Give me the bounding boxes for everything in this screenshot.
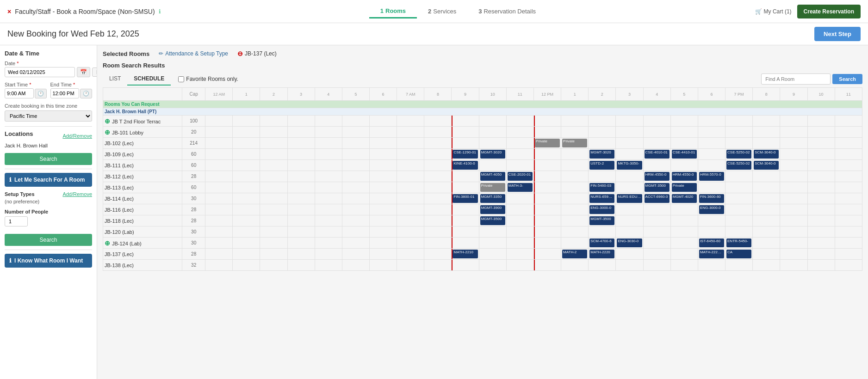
locations-add-remove[interactable]: Add/Remove	[62, 133, 92, 139]
time-slot	[260, 204, 287, 215]
event-block[interactable]: MATH-2210	[453, 250, 477, 258]
create-reservation-button[interactable]: Create Reservation	[797, 5, 861, 18]
event-block[interactable]: MGMT-3500	[480, 216, 505, 225]
event-block[interactable]: CSE-5250-02	[726, 161, 751, 170]
event-block[interactable]: MATH-2	[562, 250, 587, 258]
let-me-search-section[interactable]: ℹ Let Me Search For A Room	[5, 173, 92, 187]
event-block[interactable]: CSE-2020-01	[508, 172, 533, 181]
step-3-label: Reservation Details	[484, 8, 536, 15]
event-block[interactable]: MGMT-3500	[589, 216, 614, 225]
event-block[interactable]: MATH-3-	[508, 183, 533, 192]
event-block[interactable]: ACCT-6960-0	[645, 194, 670, 203]
timezone-select[interactable]: Pacific Time	[5, 110, 92, 122]
i-know-section[interactable]: ℹ I Know What Room I Want	[5, 254, 92, 268]
event-block[interactable]: MGMT-3900	[480, 205, 505, 214]
close-icon[interactable]: ×	[7, 8, 11, 15]
event-block[interactable]: FIN-3800-01	[453, 194, 477, 203]
time-slot: HRM-5570-0	[698, 171, 725, 182]
event-block[interactable]: SCM-3040-0	[754, 150, 779, 159]
event-block[interactable]: CSE-4410-01	[672, 150, 697, 159]
end-time-line	[534, 171, 535, 182]
calendar-icon-button[interactable]: 📅	[77, 67, 90, 77]
tab-list[interactable]: LIST	[103, 73, 127, 86]
event-block[interactable]: Private	[480, 183, 505, 192]
event-block[interactable]: FIN-3600-60	[699, 194, 724, 203]
attendance-setup-link[interactable]: ✏ Attendance & Setup Type	[159, 50, 228, 57]
info-icon[interactable]: ℹ	[159, 8, 161, 15]
remove-room-button[interactable]: ⊖	[237, 50, 243, 57]
end-time-clock-button[interactable]: 🕐	[80, 89, 92, 98]
event-block[interactable]: CSE-5250-02	[726, 150, 751, 159]
event-block[interactable]: SCM-4700-6	[589, 238, 614, 247]
time-slot	[561, 171, 589, 182]
search-button-2[interactable]: Search	[5, 234, 92, 246]
tab-schedule[interactable]: SCHEDULE	[127, 73, 171, 86]
add-room-button[interactable]: ⊕	[105, 117, 110, 125]
time-slot: CSE-1290-01	[452, 149, 479, 160]
locations-header: Locations Add/Remove	[5, 130, 92, 141]
time-slot	[807, 215, 835, 226]
event-block[interactable]: ENG-3000-0	[699, 205, 724, 214]
room-cap: 30	[182, 193, 205, 204]
event-block[interactable]: MGMT-3350	[480, 194, 505, 203]
time-slot	[506, 249, 533, 260]
step-3-reservation-details[interactable]: 3 Reservation Details	[467, 5, 547, 18]
event-block[interactable]: ENTR-5450-	[726, 238, 751, 247]
time-slot	[643, 116, 670, 127]
start-time-clock-button[interactable]: 🕐	[35, 89, 47, 98]
cart-link[interactable]: 🛒 My Cart (1)	[755, 8, 791, 15]
time-slot	[287, 193, 315, 204]
setup-types-add-remove[interactable]: Add/Remove	[62, 191, 92, 197]
start-time-input[interactable]	[5, 88, 34, 98]
event-block[interactable]: CSE-1290-01	[453, 150, 477, 159]
favorite-rooms-checkbox[interactable]	[178, 76, 184, 82]
step-2-services[interactable]: 2 Services	[417, 5, 467, 18]
num-people-input[interactable]	[5, 216, 28, 226]
start-time-line	[452, 204, 453, 215]
event-block[interactable]: CA	[726, 250, 751, 258]
event-block[interactable]: MGMT-3500	[645, 183, 670, 192]
event-block[interactable]: NURS EDUC: ASSES	[617, 194, 642, 203]
search-button[interactable]: Search	[5, 153, 92, 165]
event-block[interactable]: IST-6450-60	[699, 238, 724, 247]
event-block[interactable]: MKTG-3050-	[617, 161, 642, 170]
date-input[interactable]	[5, 67, 75, 77]
time-slot: CSE-4010-01	[643, 149, 670, 160]
time-slot	[370, 160, 397, 171]
time-slot	[315, 226, 342, 238]
time-slot	[698, 182, 725, 193]
event-block[interactable]: HRM-4550-0	[645, 172, 670, 181]
event-block[interactable]: ENG-3030-0	[617, 238, 642, 247]
add-room-button[interactable]: ⊕	[105, 239, 110, 247]
event-block[interactable]: MGMT-3020	[480, 150, 505, 159]
favorite-rooms-checkbox-label[interactable]: Favorite Rooms only.	[178, 76, 238, 82]
step-1-rooms[interactable]: 1 Rooms	[369, 5, 417, 18]
event-block[interactable]: HRM-4550-0	[672, 172, 697, 181]
event-block[interactable]: MATH-2220-03	[699, 250, 724, 258]
event-block[interactable]: MATH-2220	[589, 250, 614, 258]
event-block[interactable]: USTD-2	[589, 161, 614, 170]
event-block[interactable]: HRM-5570-0	[699, 172, 724, 181]
event-block[interactable]: Private	[672, 183, 697, 192]
event-block[interactable]: KINE-4100-0	[453, 161, 477, 170]
event-block[interactable]: Private	[562, 139, 587, 147]
event-block[interactable]: NURS-6598-60	[589, 194, 614, 203]
event-block[interactable]: ENG-3000-0	[589, 205, 614, 214]
recurrence-button[interactable]: Recurrence	[92, 67, 97, 77]
time-slot	[506, 116, 533, 127]
find-room-search-button[interactable]: Search	[832, 74, 862, 84]
add-room-button[interactable]: ⊕	[105, 128, 110, 136]
event-block[interactable]: FIN-5460-03	[589, 183, 614, 192]
event-block[interactable]: MGMT-4050	[480, 172, 505, 181]
event-block[interactable]: MGMT-4020	[672, 194, 697, 203]
next-step-button[interactable]: Next Step	[814, 27, 861, 41]
event-block[interactable]: MGMT-3020	[589, 150, 614, 159]
start-time-wrap: 🕐	[5, 88, 47, 98]
time-slot	[589, 260, 616, 271]
end-time-input[interactable]	[50, 88, 80, 98]
event-block[interactable]: Private	[535, 139, 560, 147]
event-block[interactable]: SCM-3040-0	[754, 161, 779, 170]
time-slot	[589, 138, 616, 149]
find-room-input[interactable]	[761, 73, 831, 85]
event-block[interactable]: CSE-4010-01	[645, 150, 670, 159]
